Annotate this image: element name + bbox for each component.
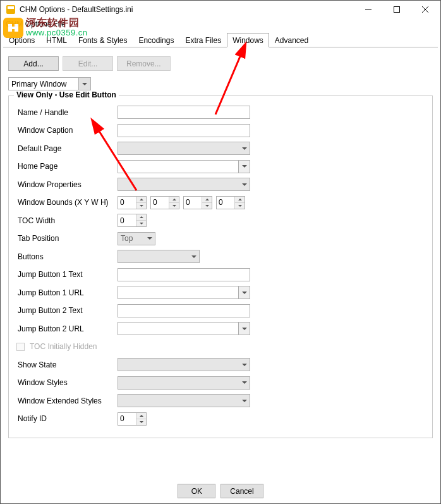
window-extended-styles-combo[interactable] [118, 394, 250, 407]
notify-id-input[interactable]: 0 [118, 412, 147, 426]
label-toc-hidden: TOC Initially Hidden [28, 342, 97, 351]
edit-button: Edit... [63, 56, 113, 71]
window-styles-combo[interactable] [118, 376, 250, 390]
cancel-button[interactable]: Cancel [220, 484, 263, 498]
svg-rect-1 [8, 6, 14, 9]
home-page-combo[interactable] [118, 160, 250, 173]
label-notify-id: Notify ID [16, 414, 118, 423]
jb1-url-combo[interactable] [118, 286, 250, 299]
tab-fonts-styles[interactable]: Fonts & Styles [73, 33, 133, 47]
chevron-down-icon [242, 147, 247, 150]
tab-html[interactable]: HTML [40, 33, 73, 47]
chevron-down-icon [242, 381, 247, 384]
spin-down-icon [140, 205, 143, 207]
spin-down-icon [140, 421, 143, 423]
chevron-down-icon [242, 400, 247, 402]
primary-window-select-row [8, 77, 433, 90]
tab-extra-files[interactable]: Extra Files [179, 33, 227, 47]
chevron-down-icon [191, 255, 196, 258]
label-toc-width: TOC Width [16, 216, 118, 225]
menu-item-chm-options-file[interactable]: CHM Options File [1, 18, 440, 31]
add-button[interactable]: Add... [8, 56, 59, 71]
chevron-down-icon [242, 364, 247, 366]
tab-windows[interactable]: Windows [227, 33, 269, 47]
spin-up-icon [140, 199, 143, 200]
tab-encodings[interactable]: Encodings [133, 33, 179, 47]
titlebar: CHM Options - DefaultSettings.ini [1, 1, 440, 18]
bounds-y-input[interactable]: 0 [150, 196, 179, 209]
label-home-page: Home Page [16, 162, 118, 171]
tab-position-combo[interactable]: Top [118, 232, 155, 245]
label-buttons: Buttons [16, 252, 118, 261]
caption-input[interactable] [118, 124, 250, 137]
spin-up-icon [172, 199, 176, 200]
label-jb1-text: Jump Button 1 Text [16, 270, 118, 279]
spin-up-icon [140, 415, 143, 417]
label-caption: Window Caption [16, 126, 118, 135]
svg-rect-3 [394, 7, 399, 13]
label-tab-position: Tab Position [16, 234, 118, 243]
window-title: CHM Options - DefaultSettings.ini [20, 5, 354, 14]
label-show-state: Show State [16, 360, 118, 369]
app-icon [6, 4, 16, 15]
chevron-down-icon [82, 83, 87, 85]
jb1-text-input[interactable] [118, 268, 250, 281]
jb2-text-input[interactable] [118, 304, 250, 317]
minimize-button[interactable] [354, 1, 382, 18]
primary-window-select[interactable] [8, 77, 79, 90]
jb2-url-combo[interactable] [118, 322, 250, 335]
spin-down-icon [172, 205, 176, 207]
close-button[interactable] [411, 1, 439, 18]
ok-button[interactable]: OK [178, 484, 215, 498]
label-jb2-url: Jump Button 2 URL [16, 324, 118, 333]
dialog-buttons: OK Cancel [1, 484, 440, 498]
label-window-properties: Window Properties [16, 180, 118, 189]
chevron-down-icon [242, 292, 247, 294]
label-default-page: Default Page [16, 144, 118, 153]
tab-strip: Options HTML Fonts & Styles Encodings Ex… [3, 32, 438, 47]
spin-down-icon [140, 223, 143, 224]
label-window-bounds: Window Bounds (X Y W H) [16, 198, 118, 207]
label-name: Name / Handle [16, 108, 118, 117]
spin-up-icon [205, 199, 209, 200]
toolbar: Add... Edit... Remove... [8, 56, 433, 71]
chevron-down-icon [242, 183, 247, 186]
buttons-combo[interactable] [118, 250, 200, 263]
show-state-combo[interactable] [118, 358, 250, 371]
label-extended-styles: Window Extended Styles [16, 396, 118, 405]
bounds-h-input[interactable]: 0 [216, 196, 245, 209]
toc-hidden-checkbox [16, 343, 25, 351]
label-jb1-url: Jump Button 1 URL [16, 288, 118, 297]
bounds-x-input[interactable]: 0 [118, 196, 147, 209]
tab-advanced[interactable]: Advanced [269, 33, 314, 47]
window: CHM Options - DefaultSettings.ini CHM Op… [0, 0, 441, 504]
group-legend: View Only - Use Edit Button [14, 90, 119, 99]
body: Add... Edit... Remove... View Only - Use… [3, 51, 438, 476]
label-jb2-text: Jump Button 2 Text [16, 306, 118, 315]
spin-down-icon [238, 205, 242, 207]
label-window-styles: Window Styles [16, 378, 118, 387]
bounds-w-input[interactable]: 0 [183, 196, 212, 209]
remove-button: Remove... [117, 56, 171, 71]
name-input[interactable] [118, 106, 250, 119]
spin-up-icon [238, 199, 242, 200]
chevron-down-icon [242, 328, 247, 330]
window-properties-combo[interactable] [118, 178, 250, 191]
spin-up-icon [140, 216, 143, 218]
maximize-button[interactable] [382, 1, 411, 18]
view-only-group: View Only - Use Edit Button Name / Handl… [8, 95, 433, 438]
spin-down-icon [205, 205, 209, 207]
toc-width-input[interactable]: 0 [118, 214, 147, 227]
default-page-combo[interactable] [118, 142, 250, 155]
chevron-down-icon [242, 165, 247, 168]
chevron-down-icon [147, 237, 152, 240]
tab-options[interactable]: Options [3, 33, 40, 47]
primary-window-dropdown-button[interactable] [78, 77, 91, 90]
